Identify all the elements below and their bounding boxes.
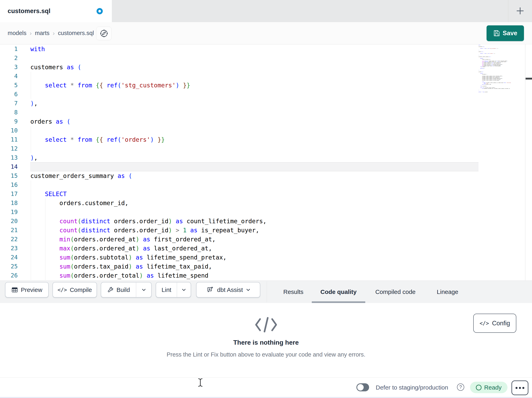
code-line[interactable]: 20 count(distinct orders.order_id) as co… [0,217,532,226]
code-line-text: sum(orders.order_total) as lifetime_spen… [30,271,208,280]
build-dropdown-button[interactable] [136,282,151,297]
code-editor[interactable]: 1with23customers as (45 select * from {{… [0,44,532,281]
line-number: 1 [0,45,18,53]
code-line-text: select * from {{ ref('stg_customers') }} [30,81,190,90]
breadcrumb-current-file: customers.sql [58,30,94,36]
code-line-text: max(orders.ordered_at) as last_ordered_a… [30,244,212,253]
tab-lineage-label: Lineage [437,288,458,295]
code-line[interactable]: 15customer_orders_summary as ( [0,171,532,180]
lint-button-label: Lint [162,287,171,293]
indent-guide [31,90,31,99]
code-line[interactable]: 6 [0,90,532,99]
code-line[interactable]: 5 select * from {{ ref('stg_customers') … [0,81,532,90]
code-line[interactable]: 23 max(orders.ordered_at) as last_ordere… [0,244,532,253]
tabbar-divider [508,0,508,22]
assist-chat-sparkle-icon [206,286,214,294]
help-icon[interactable]: ? [457,384,464,391]
code-line[interactable]: 1with [0,45,532,53]
toolbar-divider [267,281,267,302]
breadcrumb-models[interactable]: models [8,30,26,36]
more-options-button[interactable] [512,380,528,395]
code-line[interactable]: 11 select * from {{ ref('orders') }} [0,135,532,144]
lint-dropdown-button[interactable] [177,282,191,297]
defer-toggle[interactable] [356,383,369,391]
code-line[interactable]: 3customers as ( [0,63,532,72]
code-line[interactable]: 19 [0,208,532,217]
indent-guide [31,126,31,135]
tab-customers-sql[interactable]: customers.sql [0,0,112,22]
line-number: 22 [0,235,18,244]
line-number: 20 [0,217,18,226]
code-line[interactable]: 8 [0,108,532,117]
config-button[interactable]: </> Config [473,314,516,333]
code-line[interactable]: 21 count(distinct orders.order_id) > 1 a… [0,226,532,235]
dot-icon [515,387,518,389]
code-line[interactable]: 22 min(orders.ordered_at) as first_order… [0,235,532,244]
line-number: 24 [0,253,18,262]
explore-lineage-button[interactable] [96,26,112,40]
tab-code-quality[interactable]: Code quality [312,281,365,303]
toggle-knob [357,384,364,391]
indent-guide [31,180,31,189]
tab-results-label: Results [283,288,303,295]
code-line[interactable]: 26 sum(orders.order_total) as lifetime_s… [0,271,532,280]
code-brackets-icon: </> [480,320,489,326]
code-line-text: ), [30,99,38,108]
line-number: 18 [0,198,18,208]
line-number: 15 [0,171,18,180]
editor-tab-bar: customers.sql [0,0,532,22]
code-line[interactable]: 14 [0,162,532,171]
preview-button-label: Preview [21,287,42,293]
unsaved-changes-dot-icon [96,8,103,14]
code-line-text: customer_orders_summary as ( [30,171,132,180]
lint-button[interactable]: Lint [156,282,177,297]
statusbar-bottom-edge [0,397,532,398]
build-split-button: Build [101,282,152,298]
line-number: 12 [0,144,18,153]
code-line[interactable]: 10 [0,126,532,135]
dbt-assist-button-label: dbt Assist [217,287,243,293]
line-number: 17 [0,189,18,198]
code-line-text: select * from {{ ref('orders') }} [30,135,165,144]
code-line[interactable]: 17 SELECT [0,189,532,198]
preview-button[interactable]: Preview [5,282,49,298]
code-line[interactable]: 25 sum(orders.tax_paid) as lifetime_tax_… [0,262,532,271]
code-line[interactable]: 12 [0,144,532,153]
code-line-text: count(distinct orders.order_id) > 1 as i… [30,226,259,235]
line-number: 5 [0,81,18,90]
line-number: 21 [0,226,18,235]
code-line[interactable]: 4 [0,72,532,81]
editor-overview-ruler[interactable] [525,44,532,281]
plus-icon [515,6,525,15]
code-line[interactable]: 2 [0,53,532,63]
empty-state-title: There is nothing here [0,339,532,346]
tab-lineage[interactable]: Lineage [426,281,469,303]
dbt-assist-button[interactable]: dbt Assist [196,282,260,298]
config-button-label: Config [492,320,510,327]
new-tab-button[interactable] [513,4,527,18]
editor-minimap[interactable]: withcustomers as ( select * from {{ ref(… [479,44,525,281]
tab-results[interactable]: Results [275,281,312,303]
save-button[interactable]: Save [487,25,524,41]
breadcrumb-marts[interactable]: marts [35,30,50,36]
breadcrumb-separator-icon: › [30,30,32,37]
compile-button-label: Compile [70,287,92,293]
code-line[interactable]: 24 sum(orders.subtotal) as lifetime_spen… [0,253,532,262]
code-line[interactable]: 18 orders.customer_id, [0,198,532,208]
code-line[interactable]: 16 [0,180,532,189]
code-line[interactable]: 9orders as ( [0,117,532,126]
compass-icon [100,29,108,38]
tab-compiled-code-label: Compiled code [375,288,416,295]
build-button[interactable]: Build [101,282,136,297]
code-line-text: sum(orders.tax_paid) as lifetime_tax_pai… [30,262,212,271]
code-line-text: ), [30,153,38,162]
compile-button[interactable]: </> Compile [52,282,97,298]
line-number: 10 [0,126,18,135]
ready-circle-icon [476,385,481,390]
lint-split-button: Lint [156,282,191,298]
line-number: 9 [0,117,18,126]
code-line[interactable]: 7), [0,99,532,108]
code-line-text: orders.customer_id, [30,198,128,208]
code-line[interactable]: 13), [0,153,532,162]
tab-compiled-code[interactable]: Compiled code [365,281,426,303]
